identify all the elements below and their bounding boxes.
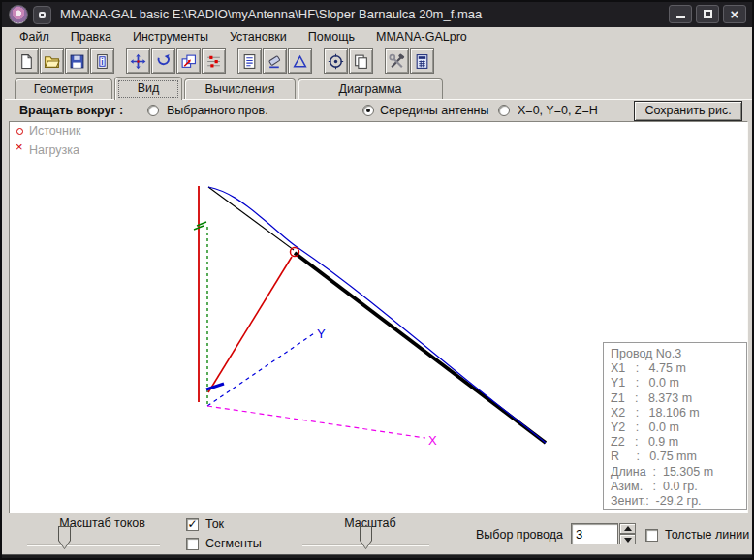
radio-selected-wire[interactable] [147, 105, 159, 116]
y-axis [207, 333, 314, 406]
info-line: Зенит.: -29.2 гр. [611, 494, 746, 509]
open-folder-icon [44, 53, 60, 70]
info-line: X1 : 4.75 m [611, 361, 746, 376]
legend-load-label: Нагрузка [29, 143, 79, 157]
info-line: R : 0.75 mm [611, 450, 746, 464]
triangle-plot-button[interactable] [288, 48, 312, 74]
calculator-icon [414, 53, 430, 70]
move-view-button[interactable] [126, 48, 150, 74]
radio-selected-wire-label[interactable]: Выбранного пров. [167, 104, 268, 117]
minimize-button[interactable] [669, 5, 692, 23]
save-file-button[interactable] [65, 48, 89, 74]
wire-number-input[interactable] [571, 523, 618, 544]
maximize-button[interactable] [696, 5, 719, 23]
copy-icon [353, 53, 369, 70]
app-menu-button[interactable] [33, 6, 51, 24]
menu-item-edit[interactable]: Правка [71, 30, 111, 44]
x-axis [207, 406, 425, 438]
radio-origin-label[interactable]: X=0, Y=0, Z=H [518, 104, 598, 117]
info-line: Y1 : 0.0 m [611, 376, 746, 390]
menu-item-tools[interactable]: Инструменты [133, 30, 208, 44]
wire-select-label: Выбор провода [476, 528, 563, 542]
legend-source-label: Источник [29, 124, 80, 138]
tab-calculations[interactable]: Вычисления [184, 78, 296, 99]
wire-upper [208, 187, 294, 250]
window-title: MMANA-GAL basic E:\RADIO\myAntenna\HF\Sl… [60, 7, 482, 21]
target-icon [328, 53, 344, 70]
rotate-view-button[interactable] [151, 48, 175, 74]
tools-options-button[interactable] [385, 48, 409, 74]
file-info-button[interactable]: i [90, 48, 114, 74]
eraser-icon [267, 53, 283, 70]
current-checkbox[interactable]: ✓ [186, 518, 199, 531]
info-line: X2 : 18.106 m [611, 406, 746, 420]
window-bottom-frame [2, 554, 754, 560]
close-button[interactable]: × [723, 5, 746, 23]
app-window: MMANA-GAL basic E:\RADIO\myAntenna\HF\Sl… [0, 0, 754, 560]
tab-pattern[interactable]: Диаграмма направленности [298, 78, 443, 99]
z-axis-marker [194, 222, 206, 230]
current-scale-slider-track[interactable] [27, 544, 160, 546]
source-legend-icon [16, 128, 23, 135]
minimize-icon [676, 16, 685, 18]
copy-view-button[interactable] [349, 48, 373, 74]
radio-antenna-center[interactable] [362, 105, 374, 116]
segments-checkbox-label[interactable]: Сегменты [205, 537, 262, 550]
info-line: Z2 : 0.9 m [611, 435, 746, 450]
triangle-icon [292, 53, 308, 70]
toolbar: i [5, 47, 753, 77]
wire-settings-button[interactable] [202, 48, 226, 74]
thick-lines-checkbox[interactable] [645, 529, 658, 542]
y-axis-label: Y [317, 327, 326, 341]
antenna-view[interactable]: Y X Источник Нагрузка × Провод No.3 X1 :… [9, 121, 748, 513]
menu-item-mmana-galpro[interactable]: MMANA-GALpro [376, 30, 467, 44]
wire-spin-down-button[interactable] [619, 534, 636, 544]
info-line: Длина : 15.305 m [611, 465, 746, 480]
radio-antenna-center-label[interactable]: Середины антенны [380, 104, 488, 117]
app-icon [39, 12, 46, 18]
wire-spin-up-button[interactable] [619, 523, 636, 534]
new-file-icon [18, 53, 35, 70]
edit-antenna-button[interactable] [263, 48, 287, 74]
tab-geometry[interactable]: Геометрия [15, 78, 112, 99]
view-text-button[interactable] [237, 48, 262, 74]
load-legend-icon: × [16, 140, 23, 154]
info-line: Азим. : 0.0 гр. [611, 480, 746, 494]
title-bar: MMANA-GAL basic E:\RADIO\myAntenna\HF\Sl… [2, 2, 752, 27]
menu-item-help[interactable]: Помощь [308, 30, 355, 44]
file-info-icon: i [94, 53, 110, 70]
current-checkbox-label[interactable]: Ток [205, 517, 224, 531]
segments-checkbox[interactable] [186, 538, 199, 550]
maximize-icon [704, 10, 712, 18]
wire-selected [295, 253, 546, 443]
calculator-button[interactable] [410, 48, 434, 74]
x-axis-label: X [428, 433, 437, 448]
new-file-button[interactable] [15, 48, 39, 74]
tab-view[interactable]: Вид [114, 77, 182, 100]
close-icon: × [731, 6, 739, 22]
radio-origin[interactable] [498, 105, 510, 116]
info-line: Провод No.3 [611, 347, 746, 361]
bottom-control-bar: Масштаб токов ✓ Ток Сегменты Масштаб Выб… [5, 513, 753, 554]
move-arrows-icon [130, 53, 146, 70]
menu-item-setup[interactable]: Установки [230, 30, 287, 44]
info-line: Z1 : 8.373 m [611, 391, 746, 406]
center-target-button[interactable] [324, 48, 348, 74]
cascade-windows-icon [180, 53, 197, 70]
svg-text:i: i [101, 56, 103, 66]
wire-settings-icon [205, 53, 222, 70]
info-line: Y2 : 0.0 m [611, 420, 746, 435]
mmana-logo-icon [9, 5, 28, 24]
cascade-view-button[interactable] [176, 48, 201, 74]
menu-item-file[interactable]: Файл [19, 30, 49, 44]
rotate-around-bar: Вращать вокруг : Выбранного пров. Середи… [5, 99, 753, 121]
menu-bar: Файл Правка Инструменты Установки Помощь… [5, 27, 753, 47]
thick-lines-checkbox-label[interactable]: Толстые линии [665, 528, 749, 542]
text-document-icon [241, 53, 258, 70]
rotate-around-label: Вращать вокруг : [19, 104, 123, 117]
save-picture-button[interactable]: Сохранить рис. [634, 101, 742, 121]
hammer-wrench-icon [389, 53, 405, 70]
open-file-button[interactable] [40, 48, 64, 74]
wire-info-box: Провод No.3 X1 : 4.75 m Y1 : 0.0 m Z1 : … [603, 342, 747, 510]
wire-feed [208, 257, 292, 392]
